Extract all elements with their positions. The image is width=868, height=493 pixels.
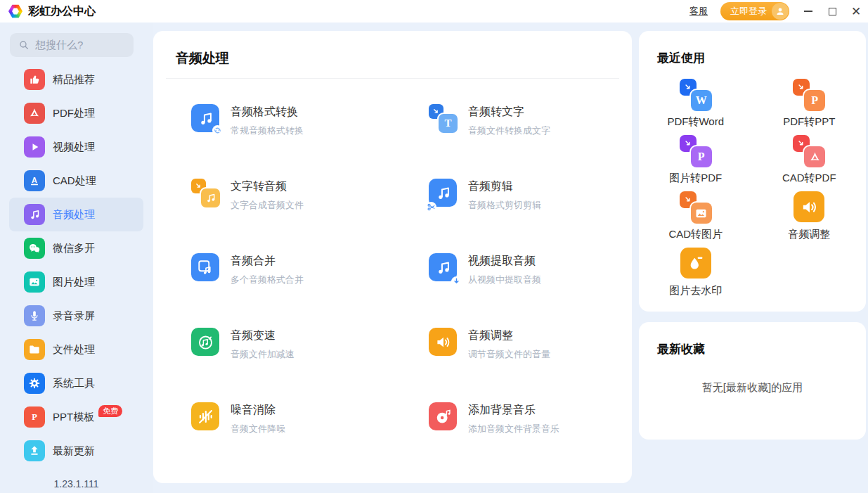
favorites-panel: 最新收藏 暂无[最新收藏]的应用 [639, 322, 866, 440]
sidebar-item-pdf[interactable]: PDF处理 [0, 96, 153, 130]
sidebar-item-audio[interactable]: 音频处理 [9, 198, 143, 231]
sidebar-item-label: PPT模板 [53, 411, 94, 424]
gear-icon [24, 373, 45, 394]
title-divider [166, 78, 619, 79]
recent-image-to-pdf[interactable]: P 图片转PDF [669, 135, 722, 191]
sidebar-item-wechat[interactable]: 微信多开 [0, 231, 153, 265]
search-icon [18, 39, 30, 51]
recent-cad-to-image[interactable]: CAD转图片 [668, 191, 723, 248]
recent-audio-adjust[interactable]: 音频调整 [788, 191, 830, 248]
app-audio-format-convert[interactable]: 音频格式转换 常规音频格式转换 [191, 104, 429, 179]
sidebar-item-video[interactable]: 视频处理 [0, 130, 153, 164]
titlebar: 彩虹办公中心 客服 立即登录 ✕ [0, 0, 868, 23]
sidebar-item-featured[interactable]: 精品推荐 [0, 63, 153, 96]
speed-gauge-icon [191, 328, 219, 356]
app-name: 音频剪辑 [468, 179, 541, 194]
recent-pdf-to-word[interactable]: W PDF转Word [667, 79, 724, 135]
app-name: 文字转音频 [231, 179, 304, 194]
sidebar-item-label: 系统工具 [53, 377, 95, 390]
app-desc: 文字合成音频文件 [231, 199, 304, 212]
app-audio-speed[interactable]: 音频变速 音频文件加减速 [191, 328, 429, 402]
app-audio-to-text[interactable]: T 音频转文字 音频文件转换成文字 [429, 104, 632, 179]
maximize-button[interactable] [820, 0, 844, 23]
app-desc: 音频文件加减速 [231, 348, 294, 361]
recent-title: 最近使用 [639, 31, 866, 66]
upload-arrow-icon [24, 440, 45, 461]
recent-label: 图片转PDF [669, 172, 722, 185]
music-note-icon [24, 204, 45, 225]
minimize-button[interactable] [796, 0, 820, 23]
recent-image-watermark-removal[interactable]: 图片去水印 [669, 248, 722, 304]
speaker-icon [429, 328, 457, 356]
search-placeholder: 想搜什么? [35, 39, 83, 52]
sidebar-item-label: PDF处理 [53, 107, 95, 120]
app-grid: 音频格式转换 常规音频格式转换 T 音频转文字 音频文件转换成文字 [191, 104, 632, 477]
app-desc: 调节音频文件的音量 [468, 348, 550, 361]
svg-text:A: A [32, 176, 37, 184]
pdf-reader-icon [24, 103, 45, 124]
app-name: 音频格式转换 [231, 105, 304, 120]
refresh-icon [212, 125, 223, 136]
sidebar-item-image[interactable]: 图片处理 [0, 265, 153, 299]
sidebar-item-label: 音频处理 [53, 208, 95, 222]
app-name: 音频合并 [231, 254, 304, 269]
customer-support-link[interactable]: 客服 [689, 5, 708, 18]
close-icon: ✕ [851, 6, 861, 18]
recent-label: CAD转PDF [782, 172, 836, 185]
picture-icon [691, 203, 712, 224]
sidebar-item-label: 录音录屏 [53, 309, 95, 323]
app-audio-merge[interactable]: 音频合并 多个音频格式合并 [191, 253, 429, 328]
sidebar-item-ppt-template[interactable]: P PPT模板 免费 [0, 400, 153, 434]
app-desc: 音频格式剪切剪辑 [468, 199, 541, 212]
login-button-label: 立即登录 [730, 5, 767, 18]
sidebar-item-label: 图片处理 [53, 276, 95, 289]
app-text-to-audio[interactable]: 文字转音频 文字合成音频文件 [191, 179, 429, 253]
down-arrow-icon [451, 276, 462, 287]
app-audio-clip[interactable]: 音频剪辑 音频格式剪切剪辑 [429, 179, 632, 253]
music-note-icon [201, 188, 220, 207]
app-video-extract-audio[interactable]: 视频提取音频 从视频中提取音频 [429, 253, 632, 328]
wechat-icon [24, 238, 45, 259]
sidebar-item-label: 精品推荐 [53, 73, 95, 87]
app-desc: 常规音频格式转换 [231, 124, 304, 137]
sidebar-item-label: 文件处理 [53, 343, 95, 357]
microphone-icon [24, 305, 45, 326]
sidebar-item-cad[interactable]: A CAD处理 [0, 164, 153, 198]
ppt-icon: P [24, 406, 45, 428]
rainbow-hexagon-logo [8, 4, 22, 18]
login-button[interactable]: 立即登录 [720, 2, 789, 20]
app-audio-adjust[interactable]: 音频调整 调节音频文件的音量 [429, 328, 632, 402]
app-desc: 多个音频格式合并 [231, 274, 304, 286]
version-text: 1.23.1.111 [0, 478, 153, 489]
sidebar: 想搜什么? 精品推荐 PDF处理 视频处理 A CAD处理 [0, 23, 153, 493]
recent-cad-to-pdf[interactable]: CAD转PDF [782, 135, 836, 191]
sidebar-item-update[interactable]: 最新更新 [0, 434, 153, 468]
scissors-icon [426, 202, 436, 212]
noise-waveform-icon [191, 402, 219, 430]
sidebar-item-file[interactable]: 文件处理 [0, 333, 153, 366]
letter-w-icon: W [691, 90, 712, 111]
recent-grid: W PDF转Word P PDF转PPT P 图片转PDF [639, 79, 866, 304]
app-add-bgm[interactable]: 添加背景音乐 添加音频文件背景音乐 [429, 402, 632, 477]
sidebar-item-system[interactable]: 系统工具 [0, 366, 153, 400]
main-panel: 音频处理 音频格式转换 常规音频格式转换 [153, 31, 632, 483]
app-name: 音频调整 [468, 328, 550, 343]
sidebar-item-recorder[interactable]: 录音录屏 [0, 299, 153, 333]
recent-label: 图片去水印 [669, 284, 722, 297]
favorites-empty-text: 暂无[最新收藏]的应用 [639, 381, 866, 395]
recent-pdf-to-ppt[interactable]: P PDF转PPT [783, 79, 835, 135]
picture-icon [24, 271, 45, 293]
sidebar-item-label: 微信多开 [53, 242, 95, 255]
user-avatar-icon [772, 3, 789, 20]
letter-t-icon: T [439, 114, 458, 133]
recent-label: 音频调整 [788, 228, 830, 241]
search-input[interactable]: 想搜什么? [10, 33, 134, 57]
recent-label: CAD转图片 [668, 228, 723, 241]
thumb-up-icon [24, 69, 45, 90]
app-noise-removal[interactable]: 噪音消除 音频文件降噪 [191, 402, 429, 477]
play-icon [24, 136, 45, 158]
app-desc: 添加音频文件背景音乐 [468, 423, 559, 435]
app-desc: 从视频中提取音频 [468, 274, 541, 286]
sidebar-item-label: 视频处理 [53, 141, 95, 154]
close-button[interactable]: ✕ [844, 0, 868, 23]
